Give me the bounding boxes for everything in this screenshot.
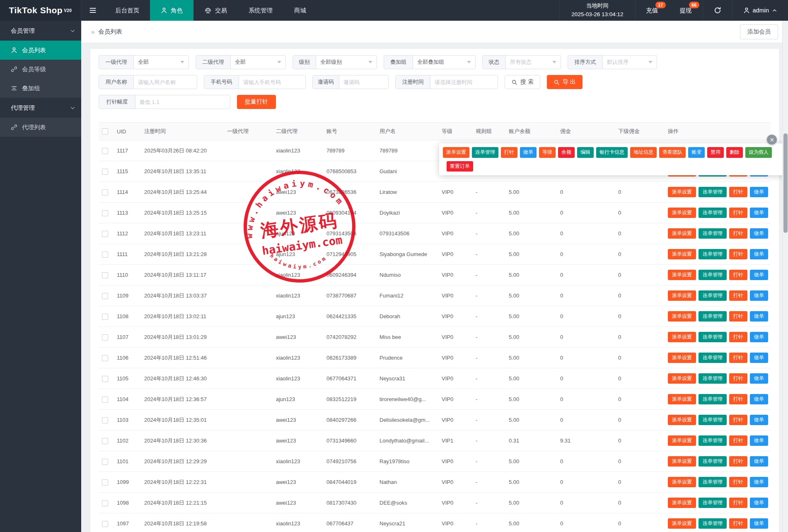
sidebar-item-2[interactable]: 会员列表 <box>0 41 81 60</box>
row-action-button-3[interactable]: 打针 <box>729 270 747 281</box>
row-action-button-4[interactable]: 做单 <box>750 394 768 405</box>
row-action-button-3[interactable]: 打针 <box>729 228 747 239</box>
sidebar-item-4[interactable]: 叠加组 <box>0 79 81 98</box>
filter-select-value[interactable]: 默认排序 <box>603 56 657 69</box>
row-action-button-3[interactable]: 打针 <box>729 518 747 529</box>
recharge-button[interactable]: 充值 17 <box>635 0 669 21</box>
row-action-button-3[interactable]: 打针 <box>729 415 747 426</box>
popup-action-button-11[interactable]: 账变 <box>688 147 705 158</box>
row-checkbox[interactable] <box>102 376 108 382</box>
row-action-button-2[interactable]: 连单管理 <box>699 373 727 384</box>
popup-close-button[interactable] <box>767 135 777 145</box>
row-action-button-4[interactable]: 做单 <box>750 290 768 301</box>
row-action-button-4[interactable]: 做单 <box>750 518 768 529</box>
row-action-button-4[interactable]: 做单 <box>750 456 768 467</box>
row-action-button-4[interactable]: 做单 <box>750 332 768 343</box>
row-action-button-3[interactable]: 打针 <box>729 290 747 301</box>
popup-action-button-2[interactable]: 连单管理 <box>472 147 498 158</box>
row-action-button-1[interactable]: 派单设置 <box>668 249 696 260</box>
row-action-button-4[interactable]: 做单 <box>750 187 768 198</box>
sidebar-item-5[interactable]: 代理管理 <box>0 98 81 118</box>
row-action-button-1[interactable]: 派单设置 <box>668 435 696 446</box>
row-action-button-2[interactable]: 连单管理 <box>699 208 727 218</box>
popup-action-button-6[interactable]: 余额 <box>558 147 575 158</box>
row-checkbox[interactable] <box>102 397 108 403</box>
row-action-button-2[interactable]: 连单管理 <box>699 415 727 426</box>
batch-inject-button[interactable]: 批量打针 <box>237 95 276 109</box>
row-checkbox[interactable] <box>102 479 108 486</box>
row-checkbox[interactable] <box>102 438 108 444</box>
export-button[interactable]: 导 出 <box>547 75 583 89</box>
row-action-button-4[interactable]: 做单 <box>750 415 768 426</box>
row-action-button-1[interactable]: 派单设置 <box>668 518 696 529</box>
user-menu[interactable]: admin <box>732 0 788 21</box>
sidebar-item-1[interactable]: 会员管理 <box>0 21 81 41</box>
row-action-button-4[interactable]: 做单 <box>750 477 768 488</box>
row-action-button-3[interactable]: 打针 <box>729 373 747 384</box>
row-action-button-2[interactable]: 连单管理 <box>699 518 727 529</box>
row-action-button-1[interactable]: 派单设置 <box>668 394 696 405</box>
row-checkbox[interactable] <box>102 500 108 506</box>
row-action-button-4[interactable]: 做单 <box>750 270 768 281</box>
filter-select-value[interactable]: 全部级别 <box>316 56 377 69</box>
popup-action-button-4[interactable]: 做单 <box>520 147 537 158</box>
row-checkbox[interactable] <box>102 521 108 527</box>
filter-select-value[interactable]: 全部 <box>231 56 285 69</box>
row-checkbox[interactable] <box>102 210 108 216</box>
row-action-button-3[interactable]: 打针 <box>729 456 747 467</box>
nav-item-3[interactable]: 交易 <box>193 0 238 21</box>
row-checkbox[interactable] <box>102 355 108 361</box>
row-action-button-4[interactable]: 做单 <box>750 353 768 363</box>
row-action-button-1[interactable]: 派单设置 <box>668 208 696 218</box>
filter-input[interactable] <box>138 79 193 85</box>
row-action-button-2[interactable]: 连单管理 <box>699 394 727 405</box>
row-action-button-4[interactable]: 做单 <box>750 435 768 446</box>
popup-action-button-9[interactable]: 地址信息 <box>630 147 657 158</box>
row-action-button-1[interactable]: 派单设置 <box>668 228 696 239</box>
popup-action-button-3[interactable]: 打针 <box>501 147 517 158</box>
popup-action-button-12[interactable]: 禁用 <box>707 147 724 158</box>
filter-select-value[interactable]: 全部 <box>134 56 189 69</box>
row-action-button-4[interactable]: 做单 <box>750 373 768 384</box>
popup-action-button-15[interactable]: 重置订单 <box>447 161 473 172</box>
row-action-button-1[interactable]: 派单设置 <box>668 373 696 384</box>
popup-action-button-1[interactable]: 派单设置 <box>443 147 469 158</box>
nav-item-2[interactable]: 角色 <box>150 0 193 21</box>
row-action-button-3[interactable]: 打针 <box>729 498 747 508</box>
sidebar-item-3[interactable]: 会员等级 <box>0 60 81 79</box>
row-action-button-2[interactable]: 连单管理 <box>699 249 727 260</box>
row-checkbox[interactable] <box>102 293 108 299</box>
filter-select-value[interactable]: 所有状态 <box>506 56 561 69</box>
row-action-button-2[interactable]: 连单管理 <box>699 311 727 322</box>
row-action-button-1[interactable]: 派单设置 <box>668 477 696 488</box>
row-checkbox[interactable] <box>102 169 108 175</box>
row-action-button-4[interactable]: 做单 <box>750 311 768 322</box>
row-action-button-1[interactable]: 派单设置 <box>668 332 696 343</box>
inject-range-input[interactable] <box>140 99 226 105</box>
popup-action-button-8[interactable]: 银行卡信息 <box>596 147 628 158</box>
row-action-button-2[interactable]: 连单管理 <box>699 187 727 198</box>
row-action-button-4[interactable]: 做单 <box>750 498 768 508</box>
popup-action-button-13[interactable]: 删除 <box>726 147 743 158</box>
row-checkbox[interactable] <box>102 334 108 341</box>
popup-action-button-10[interactable]: 查看团队 <box>659 147 686 158</box>
row-checkbox[interactable] <box>102 459 108 465</box>
filter-select-value[interactable]: 全部叠加组 <box>413 56 475 69</box>
row-action-button-1[interactable]: 派单设置 <box>668 498 696 508</box>
sidebar-item-6[interactable]: 代理列表 <box>0 118 81 137</box>
row-action-button-2[interactable]: 连单管理 <box>699 353 727 363</box>
search-button[interactable]: 搜 索 <box>505 75 540 89</box>
row-checkbox[interactable] <box>102 417 108 423</box>
row-action-button-1[interactable]: 派单设置 <box>668 415 696 426</box>
popup-action-button-5[interactable]: 等级 <box>539 147 556 158</box>
row-action-button-1[interactable]: 派单设置 <box>668 353 696 363</box>
row-action-button-1[interactable]: 派单设置 <box>668 311 696 322</box>
row-checkbox[interactable] <box>102 272 108 278</box>
row-action-button-1[interactable]: 派单设置 <box>668 290 696 301</box>
row-action-button-3[interactable]: 打针 <box>729 353 747 363</box>
select-all-checkbox[interactable] <box>102 128 108 135</box>
filter-input[interactable] <box>243 79 301 85</box>
row-action-button-4[interactable]: 做单 <box>750 208 768 218</box>
row-action-button-2[interactable]: 连单管理 <box>699 456 727 467</box>
nav-item-1[interactable]: 后台首页 <box>104 0 150 21</box>
